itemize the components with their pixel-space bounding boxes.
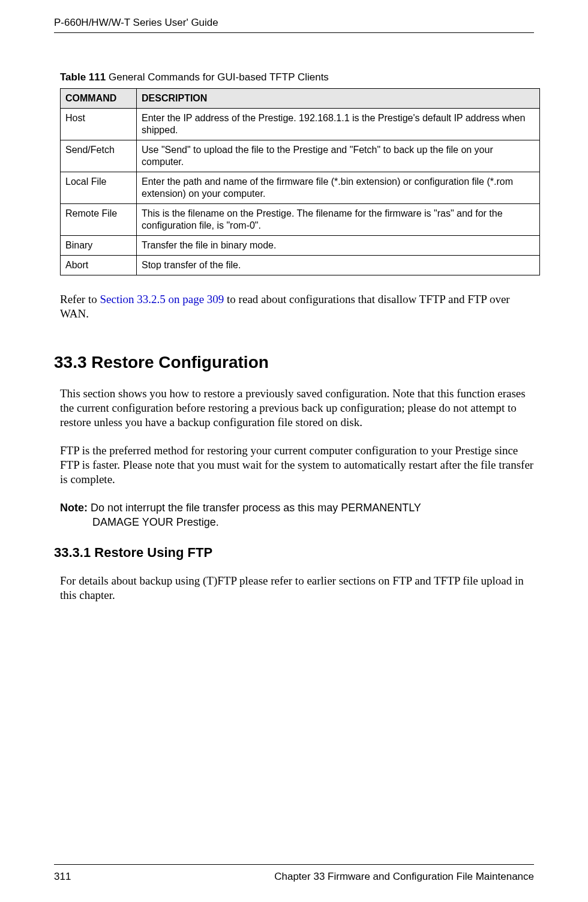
cell-command: Remote File	[61, 204, 137, 236]
cell-description: Enter the IP address of the Prestige. 19…	[137, 109, 540, 140]
section-33-3-1-p1: For details about backup using (T)FTP pl…	[60, 574, 534, 603]
section-33-3-body: This section shows you how to restore a …	[60, 386, 534, 529]
note-block: Note: Do not interrupt the file transfer…	[60, 501, 534, 530]
cell-command: Host	[61, 109, 137, 140]
table-row: Binary Transfer the file in binary mode.	[61, 236, 540, 256]
cell-description: Enter the path and name of the firmware …	[137, 172, 540, 204]
note-label: Note:	[60, 502, 91, 514]
table-number: Table 111	[60, 71, 106, 83]
running-header: P-660H/HW/W-T Series User' Guide	[54, 0, 534, 32]
cell-description: This is the filename on the Prestige. Th…	[137, 204, 540, 236]
table-row: Send/Fetch Use "Send" to upload the file…	[61, 140, 540, 172]
cell-description: Use "Send" to upload the file to the Pre…	[137, 140, 540, 172]
page-number: 311	[54, 871, 71, 883]
note-line2: DAMAGE YOUR Prestige.	[60, 515, 534, 529]
table-row: Host Enter the IP address of the Prestig…	[61, 109, 540, 140]
section-heading-33-3: 33.3 Restore Configuration	[54, 353, 534, 372]
th-command: COMMAND	[61, 89, 137, 109]
cell-description: Transfer the file in binary mode.	[137, 236, 540, 256]
section-33-3-1-body: For details about backup using (T)FTP pl…	[60, 574, 534, 603]
guide-title: P-660H/HW/W-T Series User' Guide	[54, 17, 218, 28]
subsection-heading-33-3-1: 33.3.1 Restore Using FTP	[54, 545, 534, 561]
cell-command: Local File	[61, 172, 137, 204]
cell-command: Send/Fetch	[61, 140, 137, 172]
cell-description: Stop transfer of the file.	[137, 256, 540, 275]
header-rule	[54, 32, 534, 33]
footer-row: 311 Chapter 33 Firmware and Configuratio…	[54, 871, 534, 883]
refer-paragraph: Refer to Section 33.2.5 on page 309 to r…	[60, 292, 534, 322]
refer-pre: Refer to	[60, 293, 100, 305]
cross-reference-link[interactable]: Section 33.2.5 on page 309	[100, 293, 224, 305]
cell-command: Binary	[61, 236, 137, 256]
table-row: Abort Stop transfer of the file.	[61, 256, 540, 275]
table-row: Remote File This is the filename on the …	[61, 204, 540, 236]
footer-rule	[54, 864, 534, 865]
commands-table: COMMAND DESCRIPTION Host Enter the IP ad…	[60, 88, 540, 275]
table-title: General Commands for GUI-based TFTP Clie…	[106, 71, 329, 83]
th-description: DESCRIPTION	[137, 89, 540, 109]
page-footer: 311 Chapter 33 Firmware and Configuratio…	[54, 864, 534, 883]
table-caption: Table 111 General Commands for GUI-based…	[60, 71, 534, 83]
section-33-3-p1: This section shows you how to restore a …	[60, 386, 534, 430]
note-line1: Do not interrupt the file transfer proce…	[91, 502, 421, 514]
chapter-label: Chapter 33 Firmware and Configuration Fi…	[274, 871, 534, 883]
cell-command: Abort	[61, 256, 137, 275]
table-header-row: COMMAND DESCRIPTION	[61, 89, 540, 109]
section-33-3-p2: FTP is the preferred method for restorin…	[60, 443, 534, 487]
table-row: Local File Enter the path and name of th…	[61, 172, 540, 204]
page: P-660H/HW/W-T Series User' Guide Table 1…	[0, 0, 588, 902]
